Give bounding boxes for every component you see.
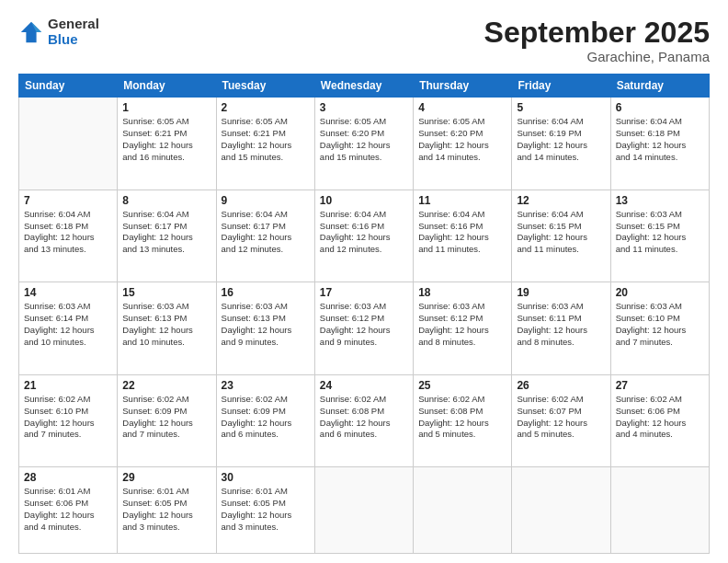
calendar-cell: 12Sunrise: 6:04 AM Sunset: 6:15 PM Dayli… — [512, 190, 610, 282]
day-info: Sunrise: 6:03 AM Sunset: 6:11 PM Dayligh… — [517, 301, 605, 348]
calendar-cell: 18Sunrise: 6:03 AM Sunset: 6:12 PM Dayli… — [414, 282, 512, 375]
day-number: 22 — [122, 379, 210, 392]
day-info: Sunrise: 6:03 AM Sunset: 6:12 PM Dayligh… — [418, 301, 506, 348]
calendar-cell: 11Sunrise: 6:04 AM Sunset: 6:16 PM Dayli… — [414, 190, 512, 282]
day-number: 6 — [616, 101, 704, 114]
day-info: Sunrise: 6:04 AM Sunset: 6:19 PM Dayligh… — [517, 116, 605, 163]
day-number: 23 — [222, 379, 310, 392]
calendar-cell: 17Sunrise: 6:03 AM Sunset: 6:12 PM Dayli… — [314, 282, 413, 375]
weekday-header: Wednesday — [314, 75, 413, 98]
day-number: 7 — [24, 194, 112, 207]
weekday-header: Sunday — [19, 75, 118, 98]
day-number: 19 — [517, 286, 605, 299]
logo-text: General Blue — [48, 17, 99, 47]
calendar-cell: 30Sunrise: 6:01 AM Sunset: 6:05 PM Dayli… — [216, 467, 314, 554]
day-number: 9 — [222, 194, 310, 207]
weekday-header: Tuesday — [216, 75, 314, 98]
calendar-cell: 21Sunrise: 6:02 AM Sunset: 6:10 PM Dayli… — [19, 374, 118, 467]
day-number: 20 — [616, 286, 704, 299]
calendar-cell: 24Sunrise: 6:02 AM Sunset: 6:08 PM Dayli… — [314, 374, 413, 467]
calendar-cell — [19, 98, 118, 190]
day-info: Sunrise: 6:02 AM Sunset: 6:10 PM Dayligh… — [24, 394, 112, 441]
day-info: Sunrise: 6:03 AM Sunset: 6:13 PM Dayligh… — [222, 301, 310, 348]
location-subtitle: Garachine, Panama — [484, 49, 710, 64]
day-number: 21 — [24, 379, 112, 392]
calendar-cell: 10Sunrise: 6:04 AM Sunset: 6:16 PM Dayli… — [314, 190, 413, 282]
calendar-cell: 5Sunrise: 6:04 AM Sunset: 6:19 PM Daylig… — [512, 98, 610, 190]
day-number: 24 — [320, 379, 408, 392]
calendar-cell: 13Sunrise: 6:03 AM Sunset: 6:15 PM Dayli… — [610, 190, 709, 282]
calendar-cell: 14Sunrise: 6:03 AM Sunset: 6:14 PM Dayli… — [19, 282, 118, 375]
day-info: Sunrise: 6:03 AM Sunset: 6:12 PM Dayligh… — [320, 301, 408, 348]
day-number: 16 — [222, 286, 310, 299]
day-info: Sunrise: 6:02 AM Sunset: 6:09 PM Dayligh… — [122, 394, 210, 441]
weekday-row: SundayMondayTuesdayWednesdayThursdayFrid… — [19, 75, 710, 98]
weekday-header: Saturday — [610, 75, 709, 98]
month-title: September 2025 — [484, 17, 710, 49]
calendar-cell: 9Sunrise: 6:04 AM Sunset: 6:17 PM Daylig… — [216, 190, 314, 282]
logo-general: General — [48, 17, 99, 32]
day-info: Sunrise: 6:01 AM Sunset: 6:05 PM Dayligh… — [122, 486, 210, 533]
day-number: 11 — [418, 194, 506, 207]
day-number: 10 — [320, 194, 408, 207]
calendar-week-row: 21Sunrise: 6:02 AM Sunset: 6:10 PM Dayli… — [19, 374, 710, 467]
day-number: 13 — [616, 194, 704, 207]
day-number: 8 — [122, 194, 210, 207]
day-info: Sunrise: 6:04 AM Sunset: 6:16 PM Dayligh… — [418, 209, 506, 256]
calendar-table: SundayMondayTuesdayWednesdayThursdayFrid… — [18, 74, 710, 554]
calendar-cell: 29Sunrise: 6:01 AM Sunset: 6:05 PM Dayli… — [118, 467, 216, 554]
day-number: 5 — [517, 101, 605, 114]
calendar-body: 1Sunrise: 6:05 AM Sunset: 6:21 PM Daylig… — [19, 98, 710, 554]
weekday-header: Thursday — [414, 75, 512, 98]
calendar-cell: 6Sunrise: 6:04 AM Sunset: 6:18 PM Daylig… — [610, 98, 709, 190]
day-info: Sunrise: 6:03 AM Sunset: 6:15 PM Dayligh… — [616, 209, 704, 256]
day-info: Sunrise: 6:05 AM Sunset: 6:21 PM Dayligh… — [222, 116, 310, 163]
day-number: 14 — [24, 286, 112, 299]
calendar-cell: 26Sunrise: 6:02 AM Sunset: 6:07 PM Dayli… — [512, 374, 610, 467]
day-number: 25 — [418, 379, 506, 392]
day-info: Sunrise: 6:03 AM Sunset: 6:13 PM Dayligh… — [122, 301, 210, 348]
day-info: Sunrise: 6:05 AM Sunset: 6:20 PM Dayligh… — [418, 116, 506, 163]
calendar-cell — [512, 467, 610, 554]
calendar-header: SundayMondayTuesdayWednesdayThursdayFrid… — [19, 75, 710, 98]
day-number: 17 — [320, 286, 408, 299]
day-number: 29 — [122, 471, 210, 484]
logo: General Blue — [18, 17, 99, 47]
title-block: September 2025 Garachine, Panama — [484, 17, 710, 64]
calendar-cell: 27Sunrise: 6:02 AM Sunset: 6:06 PM Dayli… — [610, 374, 709, 467]
day-info: Sunrise: 6:03 AM Sunset: 6:14 PM Dayligh… — [24, 301, 112, 348]
day-info: Sunrise: 6:01 AM Sunset: 6:06 PM Dayligh… — [24, 486, 112, 533]
day-number: 4 — [418, 101, 506, 114]
day-info: Sunrise: 6:04 AM Sunset: 6:18 PM Dayligh… — [616, 116, 704, 163]
calendar-cell — [610, 467, 709, 554]
day-info: Sunrise: 6:02 AM Sunset: 6:08 PM Dayligh… — [418, 394, 506, 441]
calendar-cell: 15Sunrise: 6:03 AM Sunset: 6:13 PM Dayli… — [118, 282, 216, 375]
calendar-week-row: 14Sunrise: 6:03 AM Sunset: 6:14 PM Dayli… — [19, 282, 710, 375]
day-number: 1 — [122, 101, 210, 114]
weekday-header: Monday — [118, 75, 216, 98]
day-info: Sunrise: 6:05 AM Sunset: 6:20 PM Dayligh… — [320, 116, 408, 163]
calendar-cell: 22Sunrise: 6:02 AM Sunset: 6:09 PM Dayli… — [118, 374, 216, 467]
calendar-cell: 7Sunrise: 6:04 AM Sunset: 6:18 PM Daylig… — [19, 190, 118, 282]
calendar-cell: 16Sunrise: 6:03 AM Sunset: 6:13 PM Dayli… — [216, 282, 314, 375]
weekday-header: Friday — [512, 75, 610, 98]
day-number: 15 — [122, 286, 210, 299]
day-info: Sunrise: 6:02 AM Sunset: 6:07 PM Dayligh… — [517, 394, 605, 441]
calendar-cell — [314, 467, 413, 554]
day-info: Sunrise: 6:05 AM Sunset: 6:21 PM Dayligh… — [122, 116, 210, 163]
calendar-cell: 28Sunrise: 6:01 AM Sunset: 6:06 PM Dayli… — [19, 467, 118, 554]
day-info: Sunrise: 6:03 AM Sunset: 6:10 PM Dayligh… — [616, 301, 704, 348]
calendar-week-row: 1Sunrise: 6:05 AM Sunset: 6:21 PM Daylig… — [19, 98, 710, 190]
calendar-cell: 4Sunrise: 6:05 AM Sunset: 6:20 PM Daylig… — [414, 98, 512, 190]
day-info: Sunrise: 6:04 AM Sunset: 6:17 PM Dayligh… — [222, 209, 310, 256]
day-number: 18 — [418, 286, 506, 299]
calendar-cell: 23Sunrise: 6:02 AM Sunset: 6:09 PM Dayli… — [216, 374, 314, 467]
day-info: Sunrise: 6:02 AM Sunset: 6:08 PM Dayligh… — [320, 394, 408, 441]
day-info: Sunrise: 6:01 AM Sunset: 6:05 PM Dayligh… — [222, 486, 310, 533]
day-number: 26 — [517, 379, 605, 392]
day-info: Sunrise: 6:04 AM Sunset: 6:15 PM Dayligh… — [517, 209, 605, 256]
day-number: 12 — [517, 194, 605, 207]
day-info: Sunrise: 6:02 AM Sunset: 6:09 PM Dayligh… — [222, 394, 310, 441]
day-number: 30 — [222, 471, 310, 484]
calendar-cell: 1Sunrise: 6:05 AM Sunset: 6:21 PM Daylig… — [118, 98, 216, 190]
